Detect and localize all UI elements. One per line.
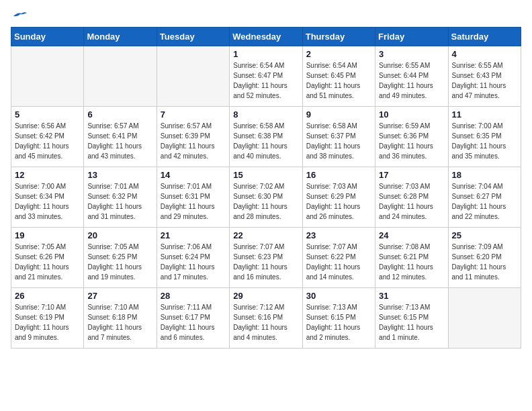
day-detail: Sunrise: 7:03 AM Sunset: 6:29 PM Dayligh… <box>306 181 371 222</box>
day-detail: Sunrise: 7:12 AM Sunset: 6:16 PM Dayligh… <box>233 302 298 342</box>
calendar-table: SundayMondayTuesdayWednesdayThursdayFrid… <box>11 27 521 349</box>
day-detail: Sunrise: 6:56 AM Sunset: 6:42 PM Dayligh… <box>15 121 80 161</box>
calendar-day-26: 26Sunrise: 7:10 AM Sunset: 6:19 PM Dayli… <box>11 288 84 349</box>
day-detail: Sunrise: 7:03 AM Sunset: 6:28 PM Dayligh… <box>379 181 444 222</box>
day-number: 5 <box>15 109 80 120</box>
calendar-week-row: 26Sunrise: 7:10 AM Sunset: 6:19 PM Dayli… <box>11 288 521 349</box>
calendar-day-7: 7Sunrise: 6:57 AM Sunset: 6:39 PM Daylig… <box>157 107 229 167</box>
day-detail: Sunrise: 7:07 AM Sunset: 6:22 PM Dayligh… <box>306 242 371 282</box>
day-number: 6 <box>87 109 152 120</box>
day-detail: Sunrise: 7:02 AM Sunset: 6:30 PM Dayligh… <box>233 181 298 222</box>
day-number: 2 <box>306 49 371 59</box>
day-number: 25 <box>452 230 517 240</box>
day-number: 11 <box>452 109 517 120</box>
day-detail: Sunrise: 7:01 AM Sunset: 6:31 PM Dayligh… <box>161 181 226 222</box>
calendar-day-25: 25Sunrise: 7:09 AM Sunset: 6:20 PM Dayli… <box>448 228 521 288</box>
weekday-header-row: SundayMondayTuesdayWednesdayThursdayFrid… <box>11 28 521 46</box>
calendar-day-21: 21Sunrise: 7:06 AM Sunset: 6:24 PM Dayli… <box>157 228 229 288</box>
calendar-day-empty <box>157 46 229 107</box>
day-number: 9 <box>306 109 371 120</box>
day-number: 30 <box>306 291 371 301</box>
day-detail: Sunrise: 7:01 AM Sunset: 6:32 PM Dayligh… <box>87 181 152 222</box>
day-detail: Sunrise: 7:13 AM Sunset: 6:15 PM Dayligh… <box>379 302 444 342</box>
weekday-header-sunday: Sunday <box>11 28 84 46</box>
day-detail: Sunrise: 7:10 AM Sunset: 6:18 PM Dayligh… <box>87 302 152 342</box>
day-detail: Sunrise: 7:09 AM Sunset: 6:20 PM Dayligh… <box>452 242 517 282</box>
calendar-day-3: 3Sunrise: 6:55 AM Sunset: 6:44 PM Daylig… <box>375 46 448 107</box>
day-number: 8 <box>233 109 298 120</box>
day-number: 17 <box>379 170 444 180</box>
calendar-day-22: 22Sunrise: 7:07 AM Sunset: 6:23 PM Dayli… <box>230 228 302 288</box>
day-detail: Sunrise: 7:08 AM Sunset: 6:21 PM Dayligh… <box>379 242 444 282</box>
calendar-day-27: 27Sunrise: 7:10 AM Sunset: 6:18 PM Dayli… <box>84 288 157 349</box>
day-detail: Sunrise: 7:04 AM Sunset: 6:27 PM Dayligh… <box>452 181 517 222</box>
day-detail: Sunrise: 6:54 AM Sunset: 6:45 PM Dayligh… <box>306 60 371 101</box>
calendar-week-row: 1Sunrise: 6:54 AM Sunset: 6:47 PM Daylig… <box>11 46 521 107</box>
calendar-week-row: 19Sunrise: 7:05 AM Sunset: 6:26 PM Dayli… <box>11 228 521 288</box>
calendar-day-14: 14Sunrise: 7:01 AM Sunset: 6:31 PM Dayli… <box>157 167 229 228</box>
day-detail: Sunrise: 6:58 AM Sunset: 6:38 PM Dayligh… <box>233 121 298 161</box>
day-number: 23 <box>306 230 371 240</box>
calendar-day-1: 1Sunrise: 6:54 AM Sunset: 6:47 PM Daylig… <box>230 46 302 107</box>
day-number: 20 <box>87 230 152 240</box>
calendar-day-15: 15Sunrise: 7:02 AM Sunset: 6:30 PM Dayli… <box>230 167 302 228</box>
calendar-day-17: 17Sunrise: 7:03 AM Sunset: 6:28 PM Dayli… <box>375 167 448 228</box>
day-detail: Sunrise: 6:55 AM Sunset: 6:44 PM Dayligh… <box>379 60 444 101</box>
day-detail: Sunrise: 6:57 AM Sunset: 6:39 PM Dayligh… <box>161 121 226 161</box>
calendar-day-19: 19Sunrise: 7:05 AM Sunset: 6:26 PM Dayli… <box>11 228 84 288</box>
day-detail: Sunrise: 6:57 AM Sunset: 6:41 PM Dayligh… <box>87 121 152 161</box>
calendar-day-28: 28Sunrise: 7:11 AM Sunset: 6:17 PM Dayli… <box>157 288 229 349</box>
day-detail: Sunrise: 7:13 AM Sunset: 6:15 PM Dayligh… <box>306 302 371 342</box>
calendar-day-20: 20Sunrise: 7:05 AM Sunset: 6:25 PM Dayli… <box>84 228 157 288</box>
calendar-week-row: 5Sunrise: 6:56 AM Sunset: 6:42 PM Daylig… <box>11 107 521 167</box>
day-number: 29 <box>233 291 298 301</box>
logo <box>11 11 27 21</box>
logo-bird-icon <box>12 11 27 21</box>
calendar-day-29: 29Sunrise: 7:12 AM Sunset: 6:16 PM Dayli… <box>230 288 302 349</box>
weekday-header-thursday: Thursday <box>302 28 375 46</box>
calendar-day-24: 24Sunrise: 7:08 AM Sunset: 6:21 PM Dayli… <box>375 228 448 288</box>
weekday-header-monday: Monday <box>84 28 157 46</box>
weekday-header-wednesday: Wednesday <box>230 28 302 46</box>
calendar-week-row: 12Sunrise: 7:00 AM Sunset: 6:34 PM Dayli… <box>11 167 521 228</box>
day-detail: Sunrise: 7:06 AM Sunset: 6:24 PM Dayligh… <box>161 242 226 282</box>
day-detail: Sunrise: 6:54 AM Sunset: 6:47 PM Dayligh… <box>233 60 298 101</box>
day-detail: Sunrise: 6:59 AM Sunset: 6:36 PM Dayligh… <box>379 121 444 161</box>
day-number: 28 <box>161 291 226 301</box>
day-detail: Sunrise: 7:11 AM Sunset: 6:17 PM Dayligh… <box>161 302 226 342</box>
day-number: 26 <box>15 291 80 301</box>
day-number: 12 <box>15 170 80 180</box>
calendar-day-12: 12Sunrise: 7:00 AM Sunset: 6:34 PM Dayli… <box>11 167 84 228</box>
day-number: 7 <box>161 109 226 120</box>
calendar-day-empty <box>84 46 157 107</box>
weekday-header-friday: Friday <box>375 28 448 46</box>
day-number: 3 <box>379 49 444 59</box>
day-detail: Sunrise: 7:07 AM Sunset: 6:23 PM Dayligh… <box>233 242 298 282</box>
day-number: 4 <box>452 49 517 59</box>
calendar-day-11: 11Sunrise: 7:00 AM Sunset: 6:35 PM Dayli… <box>448 107 521 167</box>
calendar-day-2: 2Sunrise: 6:54 AM Sunset: 6:45 PM Daylig… <box>302 46 375 107</box>
weekday-header-saturday: Saturday <box>448 28 521 46</box>
day-detail: Sunrise: 6:55 AM Sunset: 6:43 PM Dayligh… <box>452 60 517 101</box>
calendar-day-empty <box>448 288 521 349</box>
day-number: 1 <box>233 49 298 59</box>
day-number: 18 <box>452 170 517 180</box>
calendar-day-9: 9Sunrise: 6:58 AM Sunset: 6:37 PM Daylig… <box>302 107 375 167</box>
day-detail: Sunrise: 7:05 AM Sunset: 6:26 PM Dayligh… <box>15 242 80 282</box>
day-number: 13 <box>87 170 152 180</box>
weekday-header-tuesday: Tuesday <box>157 28 229 46</box>
calendar-day-31: 31Sunrise: 7:13 AM Sunset: 6:15 PM Dayli… <box>375 288 448 349</box>
day-detail: Sunrise: 7:10 AM Sunset: 6:19 PM Dayligh… <box>15 302 80 342</box>
calendar-day-10: 10Sunrise: 6:59 AM Sunset: 6:36 PM Dayli… <box>375 107 448 167</box>
calendar-day-30: 30Sunrise: 7:13 AM Sunset: 6:15 PM Dayli… <box>302 288 375 349</box>
day-number: 24 <box>379 230 444 240</box>
calendar-day-23: 23Sunrise: 7:07 AM Sunset: 6:22 PM Dayli… <box>302 228 375 288</box>
day-detail: Sunrise: 7:05 AM Sunset: 6:25 PM Dayligh… <box>87 242 152 282</box>
day-number: 16 <box>306 170 371 180</box>
day-detail: Sunrise: 7:00 AM Sunset: 6:35 PM Dayligh… <box>452 121 517 161</box>
day-detail: Sunrise: 7:00 AM Sunset: 6:34 PM Dayligh… <box>15 181 80 222</box>
calendar-day-5: 5Sunrise: 6:56 AM Sunset: 6:42 PM Daylig… <box>11 107 84 167</box>
page-header <box>11 11 521 21</box>
calendar-day-6: 6Sunrise: 6:57 AM Sunset: 6:41 PM Daylig… <box>84 107 157 167</box>
day-number: 19 <box>15 230 80 240</box>
